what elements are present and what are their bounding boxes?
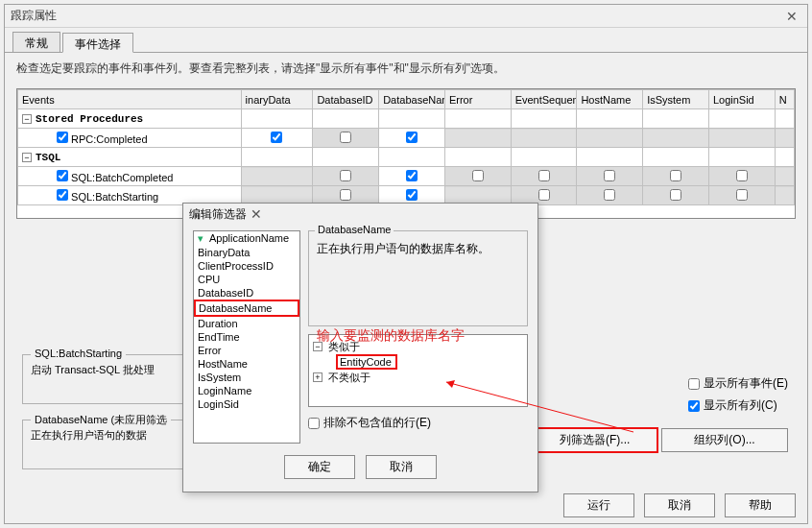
collapse-icon[interactable]: − — [22, 114, 32, 124]
tab-general[interactable]: 常规 — [12, 32, 60, 52]
annotation-label: 输入要监测的数据库名字 — [317, 327, 465, 345]
cancel-button[interactable]: 取消 — [366, 455, 437, 479]
cell-check[interactable] — [340, 189, 351, 201]
expand-icon[interactable]: + — [313, 372, 322, 382]
collapse-icon[interactable]: − — [22, 153, 32, 162]
cell-check[interactable] — [538, 189, 550, 201]
desc1-body: 启动 Transact-SQL 批处理 — [31, 363, 186, 377]
col-databaseid[interactable]: DatabaseID — [313, 90, 379, 109]
list-item[interactable]: EndTime — [194, 330, 299, 344]
row-batch-completed[interactable]: SQL:BatchCompleted — [18, 167, 795, 186]
cell-check[interactable] — [604, 170, 615, 181]
list-item[interactable]: ClientProcessID — [194, 259, 299, 273]
exclude-check[interactable]: 排除不包含值的行(E) — [308, 415, 528, 431]
col-error[interactable]: Error — [444, 90, 511, 109]
desc2-body: 正在执行用户语句的数据 — [31, 428, 186, 443]
col-n[interactable]: N — [775, 90, 794, 109]
tab-events[interactable]: 事件选择 — [62, 33, 133, 53]
filter-condition-tree[interactable]: −类似于 +不类似于 — [308, 334, 528, 407]
list-item[interactable]: Error — [194, 344, 299, 357]
list-item[interactable]: LoginName — [194, 384, 299, 397]
show-all-cols-check[interactable]: 显示所有列(C) — [688, 397, 788, 414]
instruction-text: 检查选定要跟踪的事件和事件列。要查看完整列表，请选择"显示所有事件"和"显示所有… — [5, 53, 807, 84]
col-issystem[interactable]: IsSystem — [643, 90, 709, 109]
row-check[interactable] — [57, 132, 68, 143]
desc2-title: DatabaseName (未应用筛选 — [31, 413, 171, 427]
grid-header-row: Events inaryData DatabaseID DatabaseName… — [18, 90, 795, 109]
group-row-tsql: −TSQL — [18, 148, 795, 167]
list-item[interactable]: DatabaseID — [194, 286, 299, 300]
col-databasename[interactable]: DatabaseName — [379, 90, 445, 109]
col-events[interactable]: Events — [18, 90, 242, 109]
desc1-title: SQL:BatchStarting — [31, 348, 126, 359]
field-desc: 正在执行用户语句的数据库名称。 — [317, 242, 490, 255]
cell-check[interactable] — [472, 170, 484, 181]
group-row-sp: −Stored Procedures — [18, 109, 795, 129]
help-button[interactable]: 帮助 — [725, 493, 796, 517]
cancel-button[interactable]: 取消 — [644, 493, 715, 517]
events-grid[interactable]: Events inaryData DatabaseID DatabaseName… — [16, 88, 796, 219]
show-all-events-check[interactable]: 显示所有事件(E) — [688, 375, 788, 392]
list-item[interactable]: LoginSid — [194, 397, 299, 411]
col-loginsid[interactable]: LoginSid — [708, 90, 775, 109]
main-titlebar: 跟踪属性 ✕ — [5, 5, 807, 28]
col-filter-button[interactable]: 列筛选器(F)... — [532, 427, 658, 453]
filter-dialog: 编辑筛选器 ✕ ▾ApplicationName BinaryData Clie… — [182, 203, 538, 492]
cell-check[interactable] — [340, 132, 351, 143]
cell-check[interactable] — [406, 132, 418, 143]
desc-box-1: SQL:BatchStarting 启动 Transact-SQL 批处理 — [22, 354, 195, 404]
close-icon[interactable]: ✕ — [782, 9, 801, 24]
organize-cols-button[interactable]: 组织列(O)... — [661, 428, 788, 452]
list-item[interactable]: BinaryData — [194, 246, 299, 259]
cell-check[interactable] — [736, 170, 748, 181]
cell-check[interactable] — [538, 170, 550, 181]
window-title: 跟踪属性 — [11, 8, 57, 24]
list-item[interactable]: CPU — [194, 273, 299, 286]
run-button[interactable]: 运行 — [563, 493, 634, 517]
filter-column-list[interactable]: ▾ApplicationName BinaryData ClientProces… — [193, 230, 300, 444]
cell-check[interactable] — [406, 170, 418, 181]
cell-check[interactable] — [736, 189, 748, 201]
filter-value-input[interactable] — [336, 354, 397, 370]
cell-check[interactable] — [670, 170, 681, 181]
cell-check[interactable] — [406, 189, 418, 201]
row-rpc-completed[interactable]: RPC:Completed — [18, 129, 795, 148]
cell-check[interactable] — [271, 132, 282, 143]
col-binarydata[interactable]: inaryData — [241, 90, 313, 109]
list-item[interactable]: Duration — [194, 317, 299, 330]
row-check[interactable] — [57, 189, 68, 201]
cell-check[interactable] — [340, 170, 351, 181]
desc-box-2: DatabaseName (未应用筛选 正在执行用户语句的数据 — [22, 420, 195, 469]
row-check[interactable] — [57, 170, 68, 181]
col-eventsequence[interactable]: EventSequence — [511, 90, 577, 109]
close-icon[interactable]: ✕ — [247, 206, 266, 222]
list-item[interactable]: HostName — [194, 357, 299, 371]
col-hostname[interactable]: HostName — [577, 90, 643, 109]
list-item: ▾ApplicationName — [194, 231, 299, 246]
cell-check[interactable] — [604, 189, 615, 201]
field-description-box: DatabaseName 正在执行用户语句的数据库名称。 — [308, 230, 528, 326]
filter-icon: ▾ — [198, 232, 207, 245]
field-label: DatabaseName — [315, 224, 394, 235]
ok-button[interactable]: 确定 — [284, 455, 355, 479]
cell-check[interactable] — [670, 189, 681, 201]
list-item[interactable]: IsSystem — [194, 371, 299, 384]
filter-title: 编辑筛选器 — [189, 206, 247, 223]
list-item-databasename[interactable]: DatabaseName — [194, 300, 299, 317]
